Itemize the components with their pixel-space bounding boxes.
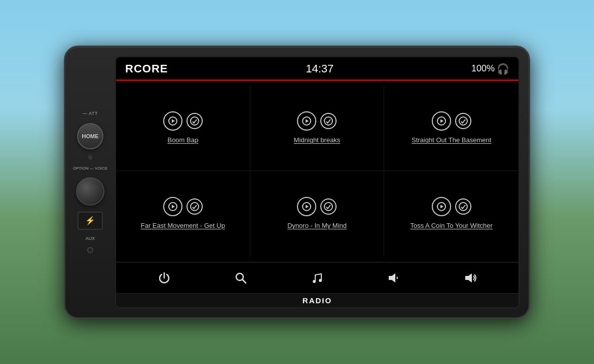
play-svg-6 <box>437 202 446 211</box>
svg-marker-1 <box>172 119 175 123</box>
bottom-controls-bar <box>116 262 518 293</box>
footer-text: RADIO <box>303 296 332 305</box>
option-voice-label: OPTION — VOICE <box>73 166 107 171</box>
svg-point-21 <box>319 279 322 282</box>
song-1-icons <box>163 111 203 131</box>
edit-icon-5 <box>320 198 337 215</box>
edit-svg-5 <box>324 202 333 211</box>
svg-line-19 <box>242 279 246 283</box>
svg-point-20 <box>313 280 316 283</box>
svg-point-2 <box>191 117 199 125</box>
svg-marker-23 <box>465 273 472 282</box>
song-grid: Boom Bap <box>116 81 518 262</box>
edit-icon-2 <box>320 113 337 129</box>
app-title: RCORE <box>125 62 168 75</box>
svg-point-5 <box>324 117 332 125</box>
screen-header: RCORE 14:37 100% 🎧 <box>116 57 518 79</box>
music-button[interactable] <box>306 267 328 289</box>
home-label: HOME <box>82 133 99 139</box>
play-icon-2 <box>297 111 316 131</box>
svg-marker-22 <box>389 273 395 282</box>
volume-value: 100% <box>471 63 495 74</box>
song-cell-6[interactable]: Toss A Coin To Your Witcher <box>384 171 518 257</box>
clock-display: 14:37 <box>306 62 333 75</box>
volume-knob[interactable] <box>76 177 104 206</box>
search-button[interactable] <box>230 267 252 289</box>
edit-icon-4 <box>187 198 203 215</box>
main-display-screen: RCORE 14:37 100% 🎧 <box>115 56 519 308</box>
song-4-icons <box>163 197 203 216</box>
att-label: — ATT <box>83 111 98 117</box>
edit-icon-6 <box>455 198 471 215</box>
svg-point-14 <box>324 203 332 211</box>
aux-jack <box>87 247 93 253</box>
car-stereo-unit: — ATT HOME OPTION — VOICE ⚡ AUX RCORE 14… <box>64 46 530 319</box>
song-6-icons <box>432 197 471 216</box>
volume-down-button[interactable] <box>383 267 405 289</box>
svg-marker-4 <box>306 119 309 123</box>
song-cell-1[interactable]: Boom Bap <box>116 86 250 172</box>
edit-svg-1 <box>190 116 199 126</box>
svg-marker-7 <box>440 119 443 123</box>
edit-icon-3 <box>455 113 471 129</box>
power-button[interactable] <box>153 267 175 289</box>
volume-up-button[interactable] <box>459 267 481 289</box>
play-icon-5 <box>297 197 316 216</box>
home-button[interactable]: HOME <box>77 123 103 149</box>
play-svg-2 <box>302 116 311 126</box>
song-cell-2[interactable]: Midnight breaks <box>250 86 385 172</box>
song-cell-5[interactable]: Dynoro - In My Mind <box>250 171 385 257</box>
play-icon-3 <box>432 111 451 131</box>
svg-point-11 <box>191 203 199 211</box>
svg-point-8 <box>459 117 467 125</box>
play-icon-1 <box>163 111 182 131</box>
play-icon-4 <box>163 197 182 216</box>
song-title-4: Far East Movement - Get Up <box>141 221 225 230</box>
usb-icon: ⚡ <box>85 216 95 225</box>
song-title-6: Toss A Coin To Your Witcher <box>410 221 492 230</box>
play-svg-1 <box>168 116 177 126</box>
svg-marker-13 <box>306 205 309 209</box>
aux-label: AUX <box>86 236 95 241</box>
edit-icon-1 <box>187 113 203 129</box>
play-svg-3 <box>437 116 446 126</box>
edit-svg-6 <box>459 202 468 211</box>
volume-display: 100% 🎧 <box>471 63 509 75</box>
song-cell-4[interactable]: Far East Movement - Get Up <box>116 171 250 257</box>
edit-svg-3 <box>459 116 468 126</box>
song-cell-3[interactable]: Straight Out The Basement <box>384 86 518 172</box>
left-controls-panel: — ATT HOME OPTION — VOICE ⚡ AUX <box>72 111 108 253</box>
volume-down-icon <box>387 271 401 285</box>
song-5-icons <box>297 197 337 216</box>
play-icon-6 <box>432 197 451 216</box>
car-unit-wrapper: — ATT HOME OPTION — VOICE ⚡ AUX RCORE 14… <box>64 46 530 319</box>
svg-marker-16 <box>440 205 443 209</box>
song-3-icons <box>432 111 471 131</box>
play-svg-4 <box>168 202 177 211</box>
indicator-dot <box>88 155 92 159</box>
song-title-5: Dynoro - In My Mind <box>287 221 347 230</box>
svg-marker-10 <box>172 205 175 209</box>
power-icon <box>157 271 171 285</box>
song-title-2: Midnight breaks <box>294 136 341 145</box>
volume-up-icon <box>463 271 477 285</box>
svg-point-17 <box>459 203 467 211</box>
headphone-icon: 🎧 <box>497 63 509 75</box>
edit-svg-2 <box>324 116 333 126</box>
song-2-icons <box>297 111 337 131</box>
search-icon <box>234 271 248 285</box>
usb-slot: ⚡ <box>78 212 103 230</box>
music-icon <box>310 271 324 285</box>
song-title-1: Boom Bap <box>167 136 198 145</box>
footer-label: RADIO <box>116 293 518 307</box>
edit-svg-4 <box>190 202 199 211</box>
song-title-3: Straight Out The Basement <box>412 136 491 145</box>
play-svg-5 <box>302 202 311 211</box>
